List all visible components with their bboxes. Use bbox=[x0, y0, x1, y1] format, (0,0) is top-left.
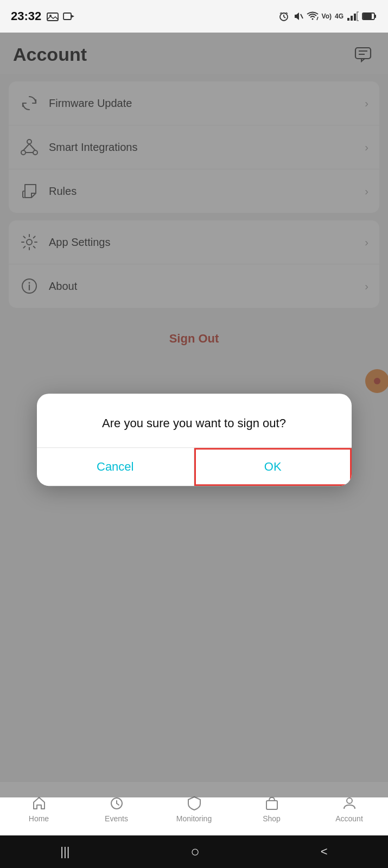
nav-monitoring[interactable]: Monitoring bbox=[155, 794, 233, 823]
status-right-icons: Vo) 4G bbox=[278, 11, 377, 22]
wifi-icon bbox=[307, 11, 319, 21]
dialog-message: Are you sure you want to sign out? bbox=[37, 394, 352, 447]
status-left-icons bbox=[47, 11, 75, 21]
svg-rect-13 bbox=[47, 13, 58, 21]
ok-button[interactable]: OK bbox=[194, 448, 352, 486]
nav-shop-label: Shop bbox=[263, 814, 281, 823]
nav-account-label: Account bbox=[335, 814, 363, 823]
status-bar: 23:32 bbox=[0, 0, 388, 33]
svg-rect-23 bbox=[347, 18, 349, 21]
dialog-box: Are you sure you want to sign out? Cance… bbox=[37, 394, 352, 486]
nav-shop[interactable]: Shop bbox=[233, 794, 310, 823]
mute-icon bbox=[292, 11, 303, 22]
recent-apps-button[interactable]: ||| bbox=[60, 845, 69, 859]
volte-label: Vo) bbox=[322, 12, 332, 20]
battery-icon bbox=[362, 11, 377, 21]
nav-account[interactable]: Account bbox=[310, 794, 388, 823]
svg-rect-25 bbox=[354, 14, 356, 21]
svg-rect-15 bbox=[63, 13, 71, 20]
svg-marker-16 bbox=[71, 15, 74, 18]
svg-rect-33 bbox=[266, 801, 277, 809]
nav-events-label: Events bbox=[105, 814, 128, 823]
svg-rect-24 bbox=[351, 16, 353, 21]
svg-line-22 bbox=[301, 14, 303, 18]
back-button[interactable]: < bbox=[321, 845, 328, 859]
nav-monitoring-label: Monitoring bbox=[176, 814, 212, 823]
system-nav: ||| ○ < bbox=[0, 835, 388, 868]
video-icon bbox=[63, 11, 75, 21]
signal-icon bbox=[347, 11, 359, 21]
svg-line-32 bbox=[117, 803, 119, 805]
svg-rect-26 bbox=[357, 12, 359, 21]
alarm-icon bbox=[278, 11, 289, 22]
svg-rect-28 bbox=[363, 14, 372, 19]
svg-line-19 bbox=[284, 17, 285, 18]
nav-home[interactable]: Home bbox=[0, 794, 78, 823]
svg-point-34 bbox=[347, 798, 352, 803]
signout-dialog: Are you sure you want to sign out? Cance… bbox=[37, 394, 352, 486]
gallery-icon bbox=[47, 11, 59, 21]
dialog-buttons: Cancel OK bbox=[37, 447, 352, 486]
4g-label: 4G bbox=[335, 12, 344, 20]
cancel-button[interactable]: Cancel bbox=[37, 448, 195, 486]
svg-rect-29 bbox=[374, 15, 376, 18]
nav-events[interactable]: Events bbox=[78, 794, 155, 823]
status-time: 23:32 bbox=[11, 9, 41, 23]
nav-home-label: Home bbox=[29, 814, 49, 823]
home-button[interactable]: ○ bbox=[190, 843, 200, 860]
